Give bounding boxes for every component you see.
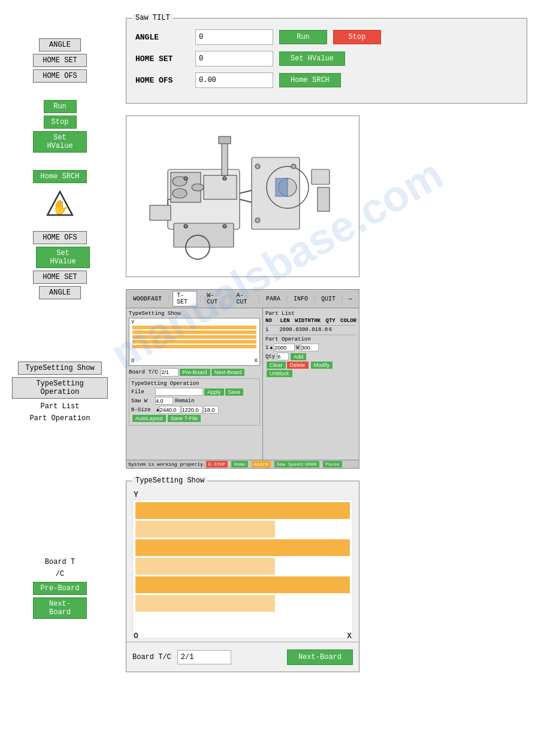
row-qty: 6: [329, 327, 343, 333]
ts-big-strip-6: [135, 595, 275, 612]
next-board-btn-left[interactable]: Next-Board: [33, 597, 87, 619]
row-len: 2000.0: [279, 327, 298, 333]
board-tc-label-left: Board T: [6, 558, 114, 566]
part-qty-input[interactable]: [277, 353, 289, 360]
angle-btn-1[interactable]: ANGLE: [39, 38, 81, 51]
woodfast-menu-bar: WOODFAST | T-SET | W-CUT | A-CUT | PARA …: [126, 290, 359, 308]
svg-rect-24: [219, 136, 231, 144]
part-delete-btn[interactable]: Delete: [287, 362, 309, 369]
saw-tilt-homeset-label: HOME SET: [135, 54, 195, 63]
pause-status[interactable]: Pause: [323, 461, 342, 467]
set-hvalue-btn-2[interactable]: Set HValue: [36, 247, 90, 268]
ts-bsize-input3[interactable]: [204, 406, 219, 414]
ts-saww-row: Saw W Remain: [131, 397, 258, 405]
menu-extra[interactable]: —: [345, 295, 356, 303]
svg-point-7: [192, 184, 204, 191]
home-status[interactable]: Home: [231, 461, 247, 467]
next-board-mini-btn[interactable]: Next-Board: [211, 369, 245, 376]
ts-big-orange-area: [132, 499, 353, 639]
saw-tilt-run-btn[interactable]: Run: [279, 30, 327, 44]
menu-acut[interactable]: A-CUT: [233, 292, 256, 306]
angle-btn-2[interactable]: ANGLE: [39, 286, 81, 299]
col-width: WIDTH: [295, 318, 311, 324]
alarm-status[interactable]: Alarm: [252, 461, 271, 467]
set-hvalue-btn-left[interactable]: Set HValue: [33, 131, 87, 153]
home-set-btn-2[interactable]: HOME SET: [33, 271, 87, 284]
status-text-mini: System is working properly.: [128, 462, 206, 467]
menu-tset[interactable]: T-SET: [173, 291, 197, 306]
part-op-row2: Qty Add: [265, 353, 356, 360]
typesetting-op-btn[interactable]: TypeSetting Operation: [12, 377, 108, 399]
saw-tilt-angle-input[interactable]: [195, 29, 273, 45]
home-ofs-btn-2[interactable]: HOME OFS: [33, 231, 87, 244]
ts-savetfile-btn[interactable]: Save T-File: [168, 415, 201, 422]
part-clear-btn[interactable]: Clear: [267, 362, 286, 369]
saw-tilt-sethvalue-btn[interactable]: Set HValue: [279, 51, 345, 66]
ts-saww-input[interactable]: [155, 397, 173, 405]
part-list-header: NO LEN WIDTH THK QTY COLOR: [265, 318, 356, 326]
svg-rect-23: [222, 139, 228, 175]
home-ofs-btn-1[interactable]: HOME OFS: [33, 69, 87, 83]
ts-bsize-input2[interactable]: [182, 406, 202, 414]
part-w-input[interactable]: [301, 344, 319, 351]
row-color: [343, 327, 356, 333]
home-srch-btn-left[interactable]: Home SRCH: [33, 170, 87, 183]
estop-btn[interactable]: E-STOP: [206, 461, 228, 467]
svg-point-12: [291, 164, 296, 169]
stop-btn-left[interactable]: Stop: [44, 116, 77, 129]
row-no: 1: [265, 327, 279, 333]
svg-point-19: [184, 177, 188, 180]
ts-big-bottom: Board T/C Next-Board: [126, 642, 359, 672]
ts-big-x-label: X: [347, 631, 352, 640]
part-l-input[interactable]: [274, 344, 295, 351]
menu-para[interactable]: PARA: [262, 295, 284, 303]
menu-wcut[interactable]: W-CUT: [203, 292, 226, 306]
ts-action-row: AutoLayout Save T-File: [131, 415, 258, 422]
ts-big-strip-1: [135, 502, 350, 519]
up-icon: ▲: [270, 345, 273, 350]
svg-point-13: [255, 218, 260, 223]
part-list-title-mini: Part List: [265, 311, 356, 317]
col-color: COLOR: [340, 318, 356, 324]
pre-board-btn-left[interactable]: Pre-Board: [33, 582, 87, 595]
typesetting-op-title-mini: TypeSetting Operation: [131, 381, 258, 387]
saw-tilt-homeset-input[interactable]: [195, 51, 273, 66]
strip-4: [132, 340, 256, 344]
saw-tilt-homeofs-input[interactable]: [195, 72, 273, 88]
part-op-row3: Clear Delete Modify Unblock: [265, 362, 356, 377]
strip-1: [132, 326, 256, 329]
ts-apply-btn[interactable]: Apply: [204, 388, 224, 396]
part-modify-btn[interactable]: Modify: [311, 362, 333, 369]
saw-tilt-homesrch-btn[interactable]: Home SRCH: [279, 73, 341, 87]
ts-saww-label: Saw W: [131, 398, 155, 404]
board-tc-big-input[interactable]: [177, 650, 231, 664]
svg-rect-14: [276, 178, 288, 196]
typesetting-show-btn[interactable]: TypeSetting Show: [18, 362, 102, 375]
menu-info[interactable]: INFO: [290, 295, 312, 303]
ts-big-strip-3: [135, 539, 350, 556]
part-list-row-1: 1 2000.0 300.0 18.0 6: [265, 327, 356, 333]
menu-quit[interactable]: QUIT: [318, 295, 339, 303]
ts-save-btn[interactable]: Save: [225, 388, 244, 396]
svg-point-21: [184, 224, 188, 228]
saw-tilt-stop-btn[interactable]: Stop: [333, 30, 381, 44]
ts-bsize-input1[interactable]: [159, 406, 180, 414]
typesetting-show-big: TypeSetting Show Y O X Board T/C Next-Bo…: [126, 481, 359, 672]
ts-file-input[interactable]: [155, 388, 203, 396]
svg-rect-27: [150, 205, 171, 220]
run-btn-left[interactable]: Run: [44, 100, 77, 113]
home-set-btn-1[interactable]: HOME SET: [33, 54, 87, 67]
left-section-6: Board T /C Pre-Board Next-Board: [6, 558, 114, 619]
ts-big-strip-5: [135, 576, 350, 593]
ts-mini-strips: [132, 326, 256, 358]
ts-autolayout-btn[interactable]: AutoLayout: [132, 415, 166, 422]
board-tc-sub-left: /C: [6, 570, 114, 578]
board-tc-mini-input[interactable]: [161, 368, 179, 377]
part-add-btn[interactable]: Add: [291, 353, 306, 360]
next-board-big-btn[interactable]: Next-Board: [287, 649, 353, 665]
strip-3: [132, 335, 256, 339]
part-unblock-btn[interactable]: Unblock: [267, 370, 292, 377]
pre-board-mini-btn[interactable]: Pre-Board: [180, 369, 210, 376]
saw-tilt-angle-row: ANGLE Run Stop: [135, 29, 518, 45]
svg-point-22: [223, 224, 226, 228]
